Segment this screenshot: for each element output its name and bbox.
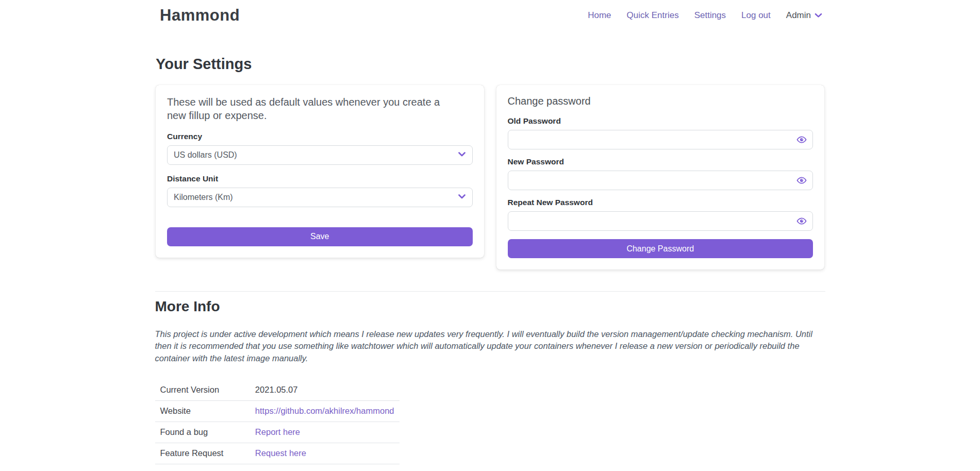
table-row-feature-request: Feature Request Request here — [155, 443, 400, 464]
about-table: Current Version 2021.05.07 Website https… — [155, 379, 400, 464]
distance-unit-selected-value: Kilometers (Km) — [174, 193, 233, 202]
new-password-label: New Password — [508, 157, 813, 166]
defaults-description: These will be used as default values whe… — [167, 95, 456, 123]
top-navbar: Hammond Home Quick Entries Settings Log … — [0, 0, 980, 31]
row-label: Feature Request — [155, 443, 250, 464]
toggle-repeat-password-visibility-button[interactable] — [796, 216, 807, 226]
settings-page: Your Settings These will be used as defa… — [156, 56, 824, 270]
settings-cards: These will be used as default values whe… — [156, 85, 824, 270]
nav-link-home[interactable]: Home — [588, 10, 611, 21]
admin-dropdown[interactable]: Admin — [786, 10, 822, 21]
row-label: Current Version — [155, 379, 250, 400]
page-title: Your Settings — [156, 56, 824, 73]
nav-link-logout[interactable]: Log out — [741, 10, 771, 21]
app-logo[interactable]: Hammond — [160, 6, 240, 25]
main-nav: Home Quick Entries Settings Log out Admi… — [588, 10, 822, 21]
save-button[interactable]: Save — [167, 227, 473, 246]
old-password-label: Old Password — [508, 116, 813, 126]
admin-dropdown-label: Admin — [786, 10, 811, 21]
current-version-value: 2021.05.07 — [250, 379, 400, 400]
eye-icon — [796, 216, 807, 226]
row-label: Website — [155, 400, 250, 422]
new-password-input[interactable] — [508, 171, 813, 190]
old-password-input[interactable] — [508, 130, 813, 149]
chevron-down-icon — [458, 152, 466, 157]
new-password-group: New Password — [508, 157, 813, 190]
row-label: Found a bug — [155, 422, 250, 443]
table-row-bug: Found a bug Report here — [155, 422, 400, 443]
report-bug-link[interactable]: Report here — [255, 427, 300, 436]
chevron-down-icon — [458, 194, 466, 199]
toggle-new-password-visibility-button[interactable] — [796, 175, 807, 186]
more-info-title: More Info — [155, 298, 825, 315]
chevron-down-icon — [815, 13, 822, 18]
distance-unit-select[interactable]: Kilometers (Km) — [167, 188, 473, 207]
nav-link-settings[interactable]: Settings — [694, 10, 726, 21]
currency-label: Currency — [167, 132, 473, 141]
development-note: This project is under active development… — [155, 328, 825, 364]
table-row-website: Website https://github.com/akhilrex/hamm… — [155, 400, 400, 422]
old-password-group: Old Password — [508, 116, 813, 149]
change-password-button[interactable]: Change Password — [508, 239, 813, 258]
nav-link-quick-entries[interactable]: Quick Entries — [627, 10, 679, 21]
table-row-current-version: Current Version 2021.05.07 — [155, 379, 400, 400]
eye-icon — [796, 134, 807, 145]
currency-selected-value: US dollars (USD) — [174, 150, 237, 160]
section-divider — [155, 291, 825, 292]
repeat-password-input[interactable] — [508, 211, 813, 231]
currency-select[interactable]: US dollars (USD) — [167, 145, 473, 165]
distance-unit-label: Distance Unit — [167, 174, 473, 183]
toggle-old-password-visibility-button[interactable] — [796, 134, 807, 145]
repeat-password-group: Repeat New Password — [508, 198, 813, 231]
change-password-card: Change password Old Password New Passwor… — [496, 85, 825, 270]
feature-request-link[interactable]: Request here — [255, 448, 306, 458]
website-link[interactable]: https://github.com/akhilrex/hammond — [255, 406, 394, 415]
repeat-password-label: Repeat New Password — [508, 198, 813, 207]
eye-icon — [796, 175, 807, 186]
password-card-title: Change password — [508, 95, 813, 107]
defaults-card: These will be used as default values whe… — [156, 85, 484, 258]
more-info-section: More Info This project is under active d… — [155, 291, 825, 464]
